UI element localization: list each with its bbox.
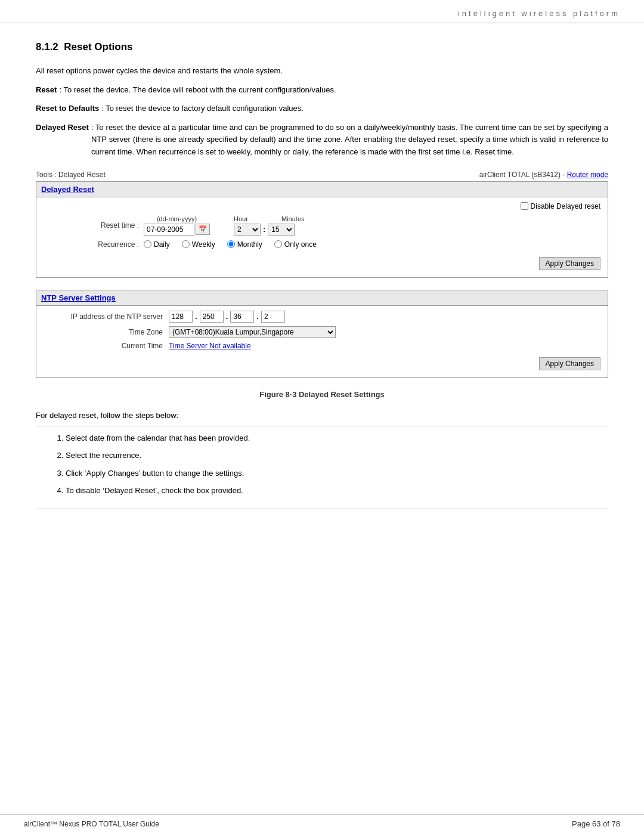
minutes-label: Minutes <box>281 215 305 222</box>
date-time-row: Reset time : (dd-mm-yyyy) 📅 Hour Minutes <box>44 215 600 236</box>
tools-bar: Tools : Delayed Reset airClient TOTAL (s… <box>36 171 608 179</box>
recurrence-row: Recurrence : Daily Weekly Monthly Only o… <box>44 240 600 249</box>
radio-monthly[interactable] <box>227 240 235 248</box>
date-format-hint: (dd-mm-yyyy) <box>144 215 210 222</box>
ntp-panel: NTP Server Settings IP address of the NT… <box>36 290 608 378</box>
delayed-reset-panel-header: Delayed Reset <box>36 182 608 197</box>
recurrence-label: Recurrence : <box>44 240 139 249</box>
recurrence-weekly[interactable]: Weekly <box>182 240 215 249</box>
router-mode-link[interactable]: Router mode <box>567 171 608 179</box>
ntp-panel-header: NTP Server Settings <box>36 290 608 306</box>
recurrence-once[interactable]: Only once <box>274 240 317 249</box>
current-time-row: Current Time Time Server Not available <box>44 342 600 350</box>
footer-right: Page 63 of 78 <box>572 819 620 828</box>
header-title: intelligent wireless platform <box>458 9 620 23</box>
reset-defaults-text: : To reset the device to factory default… <box>101 103 608 114</box>
hour-label: Hour <box>234 215 264 222</box>
delayed-reset-panel-title[interactable]: Delayed Reset <box>41 185 94 194</box>
time-group: Hour Minutes 1 2 3 4 5 6 7 8 <box>234 215 305 236</box>
time-colon: : <box>263 225 265 234</box>
minute-select[interactable]: 00 15 30 45 <box>268 224 295 236</box>
step-3: Click ‘Apply Changes’ button to change t… <box>66 467 608 479</box>
timezone-select[interactable]: (GMT+08:00)Kuala Lumpur,Singapore <box>169 326 336 338</box>
ip-group: . . . <box>169 311 285 323</box>
hour-select[interactable]: 1 2 3 4 5 6 7 8 9 10 11 12 <box>234 224 261 236</box>
page-footer: airClient™ Nexus PRO TOTAL User Guide Pa… <box>0 814 644 833</box>
reset-defaults-term: Reset to Defaults : To reset the device … <box>36 103 608 114</box>
step-4: To disable ‘Delayed Reset’, check the bo… <box>66 485 608 497</box>
device-info: airClient TOTAL (sB3412) - Router mode <box>479 171 608 179</box>
delayed-reset-apply-button[interactable]: Apply Changes <box>539 257 600 270</box>
reset-text: : To reset the device. The device will r… <box>59 84 608 96</box>
delayed-reset-label: Delayed Reset <box>36 122 89 159</box>
section-title: 8.1.2 Reset Options <box>36 41 608 53</box>
time-labels: Hour Minutes <box>234 215 305 222</box>
date-row: 📅 <box>144 224 210 236</box>
delayed-reset-panel-body: Disable Delayed reset Reset time : (dd-m… <box>36 197 608 277</box>
ip-octet-2[interactable] <box>200 311 224 323</box>
ntp-panel-title[interactable]: NTP Server Settings <box>41 293 116 302</box>
intro-paragraph: All reset options power cycles the devic… <box>36 65 608 77</box>
ip-octet-4[interactable] <box>261 311 285 323</box>
delayed-reset-term: Delayed Reset : To reset the device at a… <box>36 122 608 159</box>
ip-address-label: IP address of the NTP server <box>44 312 163 321</box>
reset-time-label: Reset time : <box>44 221 139 230</box>
timezone-row: Time Zone (GMT+08:00)Kuala Lumpur,Singap… <box>44 326 600 338</box>
time-row: 1 2 3 4 5 6 7 8 9 10 11 12 <box>234 224 305 236</box>
recurrence-radio-group: Daily Weekly Monthly Only once <box>144 240 317 249</box>
calendar-button[interactable]: 📅 <box>196 224 210 235</box>
radio-weekly[interactable] <box>182 240 190 248</box>
recurrence-monthly[interactable]: Monthly <box>227 240 262 249</box>
date-input[interactable] <box>144 224 194 236</box>
delayed-reset-panel: Delayed Reset Disable Delayed reset Rese… <box>36 181 608 278</box>
ip-octet-1[interactable] <box>169 311 193 323</box>
step-2: Select the recurrence. <box>66 450 608 462</box>
footer-right-area: Page 63 of 78 <box>572 819 620 828</box>
reset-defaults-label: Reset to Defaults <box>36 103 99 114</box>
radio-daily[interactable] <box>144 240 151 248</box>
current-time-link[interactable]: Time Server Not available <box>169 342 251 350</box>
delayed-reset-text: : To reset the device at a particular ti… <box>91 122 608 159</box>
ntp-panel-body: IP address of the NTP server . . . Time … <box>36 306 608 377</box>
radio-once[interactable] <box>274 240 282 248</box>
disable-checkbox-row: Disable Delayed reset <box>44 202 600 210</box>
current-time-label: Current Time <box>44 342 163 350</box>
disable-delayed-checkbox[interactable] <box>521 202 528 210</box>
reset-term: Reset : To reset the device. The device … <box>36 84 608 96</box>
steps-list: Select date from the calendar that has b… <box>36 426 608 509</box>
reset-label: Reset <box>36 84 57 96</box>
date-group: (dd-mm-yyyy) 📅 <box>144 215 210 236</box>
steps-intro: For delayed reset, follow the steps belo… <box>36 411 608 420</box>
footer-left: airClient™ Nexus PRO TOTAL User Guide <box>24 820 159 828</box>
ip-octet-3[interactable] <box>230 311 254 323</box>
tools-label: Tools : Delayed Reset <box>36 171 106 179</box>
ip-address-row: IP address of the NTP server . . . <box>44 311 600 323</box>
figure-caption: Figure 8-3 Delayed Reset Settings <box>36 390 608 399</box>
ntp-apply-button[interactable]: Apply Changes <box>539 357 600 370</box>
disable-delayed-label[interactable]: Disable Delayed reset <box>531 202 600 210</box>
main-content: 8.1.2 Reset Options All reset options po… <box>0 23 644 533</box>
recurrence-daily[interactable]: Daily <box>144 240 170 249</box>
delayed-reset-button-row: Apply Changes <box>44 253 600 272</box>
step-1: Select date from the calendar that has b… <box>66 432 608 444</box>
ntp-button-row: Apply Changes <box>44 354 600 373</box>
steps-ordered-list: Select date from the calendar that has b… <box>36 432 608 497</box>
page-header: intelligent wireless platform <box>0 0 644 23</box>
timezone-label: Time Zone <box>44 328 163 336</box>
